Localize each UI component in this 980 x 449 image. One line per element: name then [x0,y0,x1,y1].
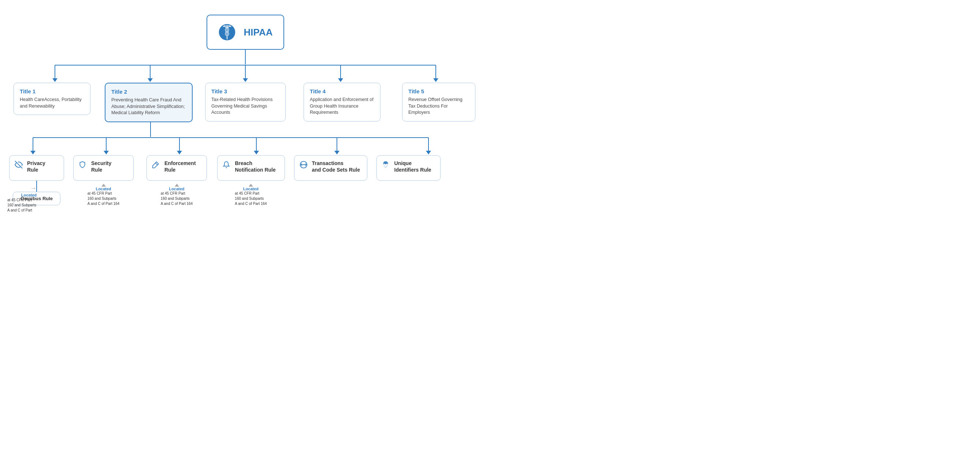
title-branch-svg [7,64,484,83]
security-up-arrow [102,184,106,187]
enforcement-icon [152,161,161,171]
unique-card: UniqueIdentifiers Rule [377,155,441,181]
breach-col: BreachNotification Rule Located at 45 CF… [214,155,288,206]
security-located-sub: at 45 CFR Part160 and SubpartsA and C of… [88,191,119,206]
title1-card: Title 1 Health CareAccess, Portability a… [14,83,91,115]
unique-col: UniqueIdentifiers Rule [374,155,443,181]
transactions-card: Transactionsand Code Sets Rule [294,155,368,181]
unique-icon [382,161,391,171]
transactions-title: Transactionsand Code Sets Rule [312,160,360,173]
title4-body: Application and Enforcement of Group Hea… [310,97,374,116]
svg-marker-7 [148,78,153,82]
title3-col: Title 3 Tax-Related Health Provisions Go… [201,83,290,122]
root-label: HIPAA [244,27,273,38]
breach-located: Located at 45 CFR Part160 and SubpartsA … [235,184,267,206]
title2-col: Title 2 Preventing Health Care Fraud And… [104,83,193,122]
svg-point-32 [385,163,386,164]
privacy-located: → Located at 45 CFR Part160 and Subparts… [7,184,37,214]
security-located: Located at 45 CFR Part160 and SubpartsA … [88,184,119,206]
title4-card: Title 4 Application and Enforcement of G… [304,83,380,122]
title5-card: Title 5 Revenue Offset Governing Tax Ded… [402,83,475,122]
title3-card: Title 3 Tax-Related Health Provisions Go… [205,83,286,122]
svg-marker-11 [338,78,343,82]
title2-heading: Title 2 [111,89,186,95]
diagram-wrapper: HIPAA Title 1 Health CareAccess, Portabi… [7,7,484,206]
breach-title: BreachNotification Rule [235,160,276,173]
svg-marker-5 [52,78,57,82]
enforcement-up-arrow [175,184,179,187]
title1-heading: Title 1 [20,88,84,94]
svg-marker-23 [254,151,259,154]
svg-marker-19 [103,151,109,154]
security-title: SecurityRule [91,160,111,173]
privacy-grey-arrow: → [30,184,37,192]
title3-body: Tax-Related Health Provisions Governing … [211,97,279,116]
breach-located-sub: at 45 CFR Part160 and SubpartsA and C of… [235,191,267,206]
title1-body: Health CareAccess, Portability and Renew… [20,97,84,109]
breach-up-arrow [249,184,253,187]
title3-heading: Title 3 [211,88,279,94]
enforcement-col: EnforcementRule Located at 45 CFR Part16… [143,155,211,206]
hipaa-logo-icon [218,21,240,43]
security-card: SecurityRule [73,155,134,181]
title2-body: Preventing Health Care Fraud And Abuse; … [111,97,186,116]
title2-v-line [150,122,151,137]
enforcement-card: EnforcementRule [146,155,207,181]
breach-card: BreachNotification Rule [217,155,285,181]
security-located-label: Located [95,187,111,191]
svg-marker-27 [426,151,431,154]
unique-title: UniqueIdentifiers Rule [395,160,431,173]
enforcement-located-sub: at 45 CFR Part160 and SubpartsA and C of… [161,191,192,206]
breach-icon [223,161,231,171]
svg-marker-25 [334,151,339,154]
svg-marker-17 [30,151,35,154]
rules-branch-svg [7,137,484,155]
security-col: SecurityRule Located at 45 CFR Part160 a… [70,155,137,206]
root-v-line [245,50,246,64]
svg-marker-13 [433,78,438,82]
privacy-icon [15,161,24,171]
title4-heading: Title 4 [310,88,374,94]
titles-row: Title 1 Health CareAccess, Portability a… [7,83,484,122]
enforcement-located-label: Located [169,187,184,191]
enforcement-title: EnforcementRule [164,160,196,173]
title4-col: Title 4 Application and Enforcement of G… [298,83,387,122]
svg-line-29 [155,163,158,165]
title2-card: Title 2 Preventing Health Care Fraud And… [105,83,192,122]
title5-body: Revenue Offset Governing Tax Deductions … [408,97,469,116]
svg-marker-9 [243,78,248,82]
rules-row: PrivacyRule Omnibus Rule → Located at 45… [7,155,484,206]
enforcement-located: Located at 45 CFR Part160 and SubpartsA … [161,184,192,206]
privacy-located-sub: at 45 CFR Part160 and SubpartsA and C of… [7,198,37,214]
title5-col: Title 5 Revenue Offset Governing Tax Ded… [394,83,484,122]
privacy-card: PrivacyRule [9,155,64,181]
privacy-located-label: Located [21,193,37,197]
svg-marker-21 [177,151,182,154]
privacy-title: PrivacyRule [27,160,45,173]
title5-heading: Title 5 [408,88,469,94]
transactions-col: Transactionsand Code Sets Rule [291,155,370,181]
transactions-icon [299,161,309,171]
breach-located-label: Located [243,187,259,191]
root-node: HIPAA [207,15,285,50]
security-icon [79,161,88,171]
title1-col: Title 1 Health CareAccess, Portability a… [7,83,97,115]
